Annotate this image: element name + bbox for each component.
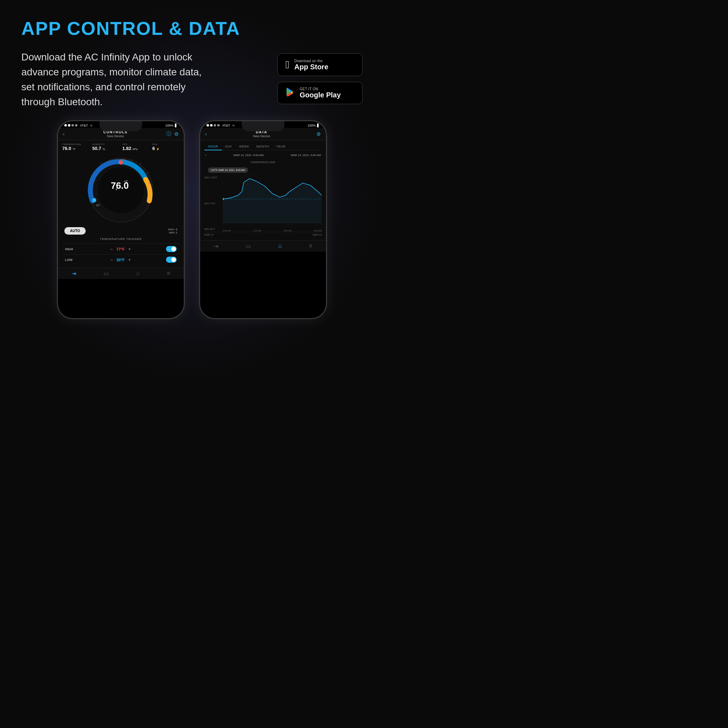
dot3 [72, 124, 74, 127]
auto-row: AUTO MAX: 6 MIN: 0 [62, 227, 179, 235]
app-store-large-text: App Store [294, 63, 329, 71]
data-dot1 [206, 124, 209, 127]
bottom-nav-data[interactable]: ⌂ [136, 270, 140, 277]
min-label: MIN: 0 [168, 231, 177, 234]
trigger-high-label: HIGH [65, 248, 75, 251]
vpd-metric: VPD 1.82 kPa [122, 143, 150, 151]
trigger-low-plus[interactable]: + [128, 257, 131, 262]
max-label: MAX: 6 [168, 228, 177, 231]
dot4 [75, 124, 78, 127]
bottom-nav-chart[interactable]: ▭ [104, 270, 109, 277]
metrics-row: TEMPERATURE 76.0 °F HUMIDITY 50.7 % [62, 143, 179, 151]
date-row: MAR 14 MAR 14 [204, 232, 322, 237]
temperature-label: TEMPERATURE [62, 143, 90, 145]
date-end: MAR 14, 2021, 9:00 AM [291, 154, 321, 157]
humidity-label: HUMIDITY [92, 143, 120, 145]
svg-text:°F: °F [124, 180, 128, 185]
chart-svg-container [223, 175, 322, 223]
auto-button[interactable]: AUTO [64, 227, 86, 235]
trigger-high-toggle[interactable] [166, 246, 177, 252]
temperature-value: 76.0 °F [62, 146, 90, 151]
chart-y-labels: MAX 120°F AVG 75°F MIN 30°F [204, 175, 217, 232]
x-label-1: 8:00 AM [223, 229, 231, 232]
phone-data-screen: AT&T ∿ 4:48PM 100% ▋ ‹ DATA New Device [200, 121, 326, 318]
tab-day[interactable]: DAY [222, 143, 236, 150]
tab-month[interactable]: MONTH [253, 143, 273, 150]
bottom-nav-home[interactable]: ⇥ [72, 270, 76, 277]
dial-svg: 76.0 °F 🌡 77°F 30° [85, 154, 156, 226]
data-bottom-nav: ⇥ ▭ ⌂ ≡ [200, 240, 326, 252]
controls-status-bar: AT&T ∿ 4:48PM 100% ▋ [58, 121, 184, 128]
trigger-row-low: LOW − 30°F + [62, 254, 179, 265]
trigger-low-minus[interactable]: − [110, 257, 113, 262]
data-content: HOUR DAY WEEK MONTH YEAR ‹ MAR 14, 2021,… [200, 141, 326, 240]
fan-metric: FAN 6 ⚡ [153, 143, 180, 151]
data-wifi-icon: ∿ [232, 124, 235, 127]
svg-point-11 [92, 198, 96, 202]
phone-controls-frame: AT&T ∿ 4:48PM 100% ▋ ‹ CONTROLS New Devi… [57, 120, 185, 319]
google-play-small-text: GET IT ON [300, 87, 341, 91]
svg-line-3 [140, 162, 141, 165]
date-nav-row: ‹ MAR 14, 2021, 8:00 AM MAR 14, 2021, 9:… [204, 153, 322, 157]
data-dot4 [217, 124, 220, 127]
trigger-high-minus[interactable]: − [110, 247, 113, 252]
data-time: 4:48PM [265, 123, 278, 127]
trigger-row-high: HIGH − 77°F + [62, 243, 179, 254]
data-screen-title: DATA [207, 130, 317, 134]
tab-hour[interactable]: HOUR [204, 143, 222, 150]
vpd-label: VPD [122, 143, 150, 145]
time-tabs: HOUR DAY WEEK MONTH YEAR [204, 143, 322, 150]
humidity-value: 50.7 % [92, 146, 120, 151]
svg-text:77°F: 77°F [120, 159, 126, 162]
main-title: APP CONTROL & DATA [21, 18, 362, 39]
date-prev-arrow[interactable]: ‹ [205, 153, 206, 157]
data-settings-icon[interactable]: ⚙ [317, 131, 321, 137]
fan-label: FAN [153, 143, 180, 145]
trigger-high-plus[interactable]: + [128, 247, 131, 252]
phones-row: AT&T ∿ 4:48PM 100% ▋ ‹ CONTROLS New Devi… [21, 120, 362, 319]
data-device-name: New Device [207, 135, 317, 138]
chart-area: MAX 120°F AVG 75°F MIN 30°F [204, 175, 322, 232]
trigger-low-value: 30°F [116, 258, 124, 262]
controls-nav-icons: ⓘ ⚙ [166, 131, 179, 137]
controls-time: 4:48PM [123, 123, 135, 127]
chart-tooltip: 110°F, MAR 14, 2021, 8:00 AM [208, 167, 248, 173]
chart-title: TEMPERATURE [204, 161, 322, 164]
data-dot2 [210, 124, 213, 127]
store-buttons-block:  Download on the App Store [277, 54, 362, 104]
data-nav-bar: ‹ DATA New Device ⚙ [200, 128, 326, 141]
google-play-large-text: Google Play [300, 91, 341, 99]
tab-year[interactable]: YEAR [273, 143, 289, 150]
controls-carrier: AT&T [80, 124, 88, 127]
svg-text:🌡: 🌡 [115, 187, 118, 191]
x-label-3: 8:30 AM [284, 229, 292, 232]
trigger-low-label: LOW [65, 258, 75, 262]
controls-nav-bar: ‹ CONTROLS New Device ⓘ ⚙ [58, 128, 184, 141]
date-label-end: MAR 14 [313, 234, 322, 236]
data-bottom-nav-data[interactable]: ⌂ [278, 243, 282, 249]
app-store-button[interactable]:  Download on the App Store [277, 54, 362, 76]
dot2 [68, 124, 70, 127]
data-bottom-nav-settings[interactable]: ≡ [309, 243, 312, 249]
dot1 [64, 124, 67, 127]
controls-settings-icon[interactable]: ⚙ [174, 131, 179, 137]
trigger-low-toggle[interactable] [166, 257, 177, 263]
data-bottom-nav-chart[interactable]: ▭ [246, 243, 251, 249]
bottom-nav-settings[interactable]: ≡ [167, 270, 170, 277]
controls-bottom-nav: ⇥ ▭ ⌂ ≡ [58, 268, 184, 279]
data-dot3 [214, 124, 216, 127]
x-label-2: 8:15 AM [253, 229, 261, 232]
chart-svg [223, 175, 322, 223]
x-label-4: 8:45 AM [314, 229, 322, 232]
y-label-avg: AVG 75°F [204, 202, 217, 205]
google-play-button[interactable]: GET IT ON Google Play [277, 82, 362, 104]
data-bottom-nav-home[interactable]: ⇥ [214, 243, 218, 249]
y-label-min: MIN 30°F [204, 228, 217, 230]
tab-week[interactable]: WEEK [236, 143, 253, 150]
vpd-value: 1.82 kPa [122, 146, 150, 151]
trigger-high-controls: − 77°F + [110, 247, 130, 252]
controls-wifi-icon: ∿ [90, 124, 93, 127]
dial-container: 76.0 °F 🌡 77°F 30° [62, 154, 179, 226]
controls-info-icon[interactable]: ⓘ [166, 131, 171, 137]
chart-x-labels: 8:00 AM 8:15 AM 8:30 AM 8:45 AM [223, 229, 322, 232]
